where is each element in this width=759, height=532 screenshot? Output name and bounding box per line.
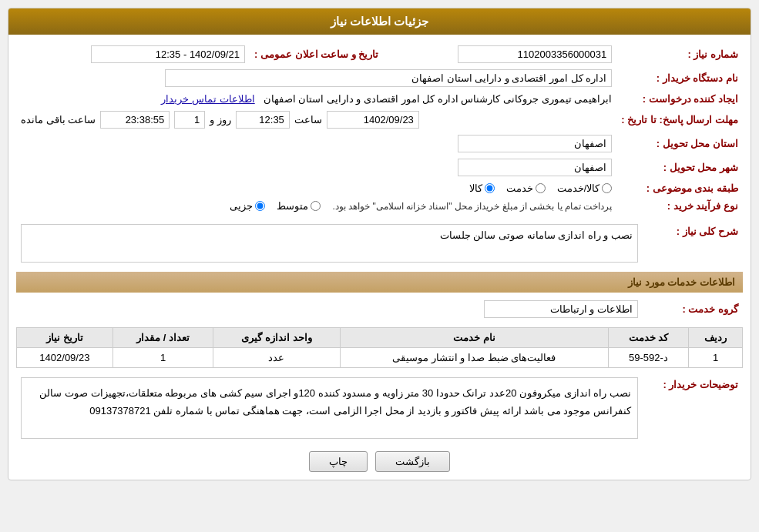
sharh-label: شرح کلی نیاز : <box>643 221 743 266</box>
group-khadamat-value: اطلاعات و ارتباطات <box>16 297 643 321</box>
kala-khadamat-label: کالا/خدمت <box>557 182 600 194</box>
page-title: جزئیات اطلاعات نیاز <box>331 15 428 28</box>
sharh-box: نصب و راه اندازی سامانه صوتی سالن جلسات <box>21 224 638 263</box>
ostan-value: اصفهان <box>16 132 616 156</box>
tarikh-label: تاریخ و ساعت اعلان عمومی : <box>250 42 383 66</box>
group-khadamat-input: اطلاعات و ارتباطات <box>484 300 638 318</box>
saat-label: ساعت <box>294 114 322 125</box>
radio-kala-input[interactable] <box>485 183 495 193</box>
radio-motavaset-input[interactable] <box>311 201 321 211</box>
th-kod: کد خدمت <box>608 328 688 348</box>
nam-dastgah-value: اداره کل امور اقتصادی و دارایی استان اصف… <box>16 66 616 90</box>
noe-value: پرداخت تمام یا بخشی از مبلغ خریداز محل "… <box>16 197 616 215</box>
noe-label: نوع فرآیند خرید : <box>616 197 743 215</box>
mohlat-rooz: 1 <box>174 111 205 129</box>
desc-label: توضیحات خریدار : <box>643 374 743 442</box>
chap-button[interactable]: چاپ <box>309 451 368 472</box>
th-vahed: واحد اندازه گیری <box>213 328 340 348</box>
services-thead: ردیف کد خدمت نام خدمت واحد اندازه گیری ت… <box>17 328 743 348</box>
mande-label: ساعت باقی مانده <box>21 114 96 125</box>
th-tarikh: تاریخ نیاز <box>17 328 113 348</box>
card-body: شماره نیاز : 1102003356000031 تاریخ و سا… <box>8 35 751 480</box>
shomara-value: 1102003356000031 <box>383 42 616 66</box>
shomara-input: 1102003356000031 <box>458 45 612 63</box>
nam-dastgah-label: نام دستگاه خریدار : <box>616 66 743 90</box>
mohlat-value: 1402/09/23 ساعت 12:35 روز و 1 23:38:55 س… <box>16 108 616 132</box>
mohlat-date: 1402/09/23 <box>327 111 419 129</box>
buttons-row: بازگشت چاپ <box>16 451 743 472</box>
motavaset-label: متوسط <box>277 200 308 212</box>
group-khadamat-table: گروه خدمت : اطلاعات و ارتباطات <box>16 297 743 321</box>
desc-value-cell: نصب راه اندازی میکروفون 20عدد ترانک حدود… <box>16 374 643 442</box>
sharh-table: شرح کلی نیاز : نصب و راه اندازی سامانه ص… <box>16 221 743 266</box>
ijad-label: ایجاد کننده درخواست : <box>616 90 743 108</box>
tabaqe-label: طبقه بندی موضوعی : <box>616 179 743 197</box>
th-name: نام خدمت <box>340 328 608 348</box>
radio-khadamat-input[interactable] <box>536 183 546 193</box>
td-radif: 1 <box>689 348 743 368</box>
radio-kala-khadamat[interactable]: کالا/خدمت <box>557 182 613 194</box>
td-vahed: عدد <box>213 348 340 368</box>
row-nam-dastgah: نام دستگاه خریدار : اداره کل امور اقتصاد… <box>16 66 743 90</box>
description-box: نصب راه اندازی میکروفون 20عدد ترانک حدود… <box>21 377 638 439</box>
row-shahr: شهر محل تحویل : اصفهان <box>16 156 743 179</box>
tarikh-value: 1402/09/21 - 12:35 <box>16 42 250 66</box>
row-tabaqe: طبقه بندی موضوعی : کالا/خدمت خدمت <box>16 179 743 197</box>
td-kod: د-592-59 <box>608 348 688 368</box>
shomara-label: شماره نیاز : <box>616 42 743 66</box>
row-shomara-tarikh: شماره نیاز : 1102003356000031 تاریخ و سا… <box>16 42 743 66</box>
tarikh-input: 1402/09/21 - 12:35 <box>91 45 245 63</box>
ijad-text: ابراهیمی تیموری جروکانی کارشناس اداره کل… <box>264 93 613 105</box>
jozi-label: جزیی <box>230 200 253 212</box>
radio-jozi-input[interactable] <box>255 201 265 211</box>
row-noe-farayand: نوع فرآیند خرید : پرداخت تمام یا بخشی از… <box>16 197 743 215</box>
card-header: جزئیات اطلاعات نیاز <box>8 8 751 35</box>
rooz-label: روز و <box>210 114 231 125</box>
radio-khadamat[interactable]: خدمت <box>506 182 546 194</box>
radio-kala-khadamat-input[interactable] <box>602 183 612 193</box>
nam-dastgah-input: اداره کل امور اقتصادی و دارایی استان اصف… <box>165 69 612 87</box>
tabaqe-value: کالا/خدمت خدمت کالا <box>16 179 616 197</box>
row-mohlat: مهلت ارسال پاسخ: تا تاریخ : 1402/09/23 س… <box>16 108 743 132</box>
shahr-value: اصفهان <box>16 156 616 179</box>
table-row: 1د-592-59فعالیت‌های ضبط صدا و انتشار موس… <box>17 348 743 368</box>
kala-label-radio: کالا <box>469 182 482 194</box>
info-table: شماره نیاز : 1102003356000031 تاریخ و سا… <box>16 42 743 215</box>
main-card: جزئیات اطلاعات نیاز شماره نیاز : 1102003… <box>8 8 751 480</box>
group-khadamat-label: گروه خدمت : <box>643 297 743 321</box>
row-ostan: استان محل تحویل : اصفهان <box>16 132 743 156</box>
radio-motavaset[interactable]: متوسط <box>277 200 321 212</box>
th-radif: ردیف <box>689 328 743 348</box>
th-tedad: تعداد / مقدار <box>113 328 213 348</box>
ostan-label: استان محل تحویل : <box>616 132 743 156</box>
td-tedad: 1 <box>113 348 213 368</box>
desc-table: توضیحات خریدار : نصب راه اندازی میکروفون… <box>16 374 743 442</box>
ijad-link[interactable]: اطلاعات تماس خریدار <box>161 93 254 105</box>
sharh-value-cell: نصب و راه اندازی سامانه صوتی سالن جلسات <box>16 221 643 266</box>
row-ijad: ایجاد کننده درخواست : ابراهیمی تیموری جر… <box>16 90 743 108</box>
services-header-row: ردیف کد خدمت نام خدمت واحد اندازه گیری ت… <box>17 328 743 348</box>
shahr-input: اصفهان <box>458 159 612 176</box>
page-container: جزئیات اطلاعات نیاز شماره نیاز : 1102003… <box>0 0 759 532</box>
shahr-label: شهر محل تحویل : <box>616 156 743 179</box>
mohlat-saat: 12:35 <box>236 111 290 129</box>
khadamat-label-radio: خدمت <box>506 182 533 194</box>
mohlat-label: مهلت ارسال پاسخ: تا تاریخ : <box>616 108 743 132</box>
radio-jozi[interactable]: جزیی <box>230 200 265 212</box>
ostan-input: اصفهان <box>458 135 612 152</box>
khadamat-section-header: اطلاعات خدمات مورد نیاز <box>16 272 743 293</box>
bazgasht-button[interactable]: بازگشت <box>375 451 450 472</box>
radio-kala[interactable]: کالا <box>469 182 495 194</box>
row-sharh: شرح کلی نیاز : نصب و راه اندازی سامانه ص… <box>16 221 743 266</box>
mohlat-mande: 23:38:55 <box>100 111 170 129</box>
row-desc: توضیحات خریدار : نصب راه اندازی میکروفون… <box>16 374 743 442</box>
row-group-khadamat: گروه خدمت : اطلاعات و ارتباطات <box>16 297 743 321</box>
td-name: فعالیت‌های ضبط صدا و انتشار موسیقی <box>340 348 608 368</box>
noe-desc: پرداخت تمام یا بخشی از مبلغ خریداز محل "… <box>332 201 612 212</box>
ijad-value: ابراهیمی تیموری جروکانی کارشناس اداره کل… <box>16 90 616 108</box>
services-table: ردیف کد خدمت نام خدمت واحد اندازه گیری ت… <box>16 327 743 368</box>
services-tbody: 1د-592-59فعالیت‌های ضبط صدا و انتشار موس… <box>17 348 743 368</box>
td-tarikh: 1402/09/23 <box>17 348 113 368</box>
